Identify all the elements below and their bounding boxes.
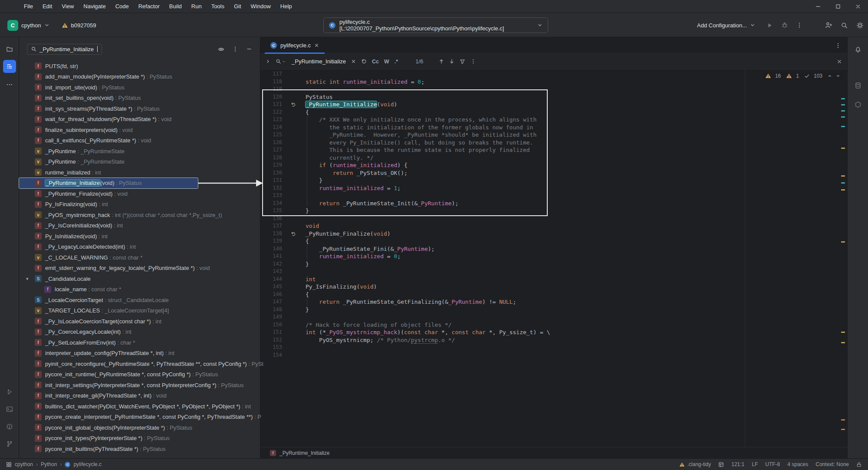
line-number[interactable]: 135 (260, 207, 282, 215)
code-line[interactable]: 127 This is because the runtime state is… (260, 146, 847, 154)
analyzer-status-icon[interactable] (718, 462, 724, 467)
line-number[interactable]: 148 (260, 306, 282, 314)
run-button[interactable] (766, 22, 773, 29)
structure-item[interactable]: f_Py_SetLocaleFromEnv(int) : char * (19, 337, 260, 348)
regex-toggle[interactable]: .* (395, 59, 398, 65)
database-tool-icon[interactable] (852, 79, 865, 92)
menu-build[interactable]: Build (164, 0, 187, 13)
line-number[interactable]: 130 (260, 169, 282, 177)
code-text[interactable]: int (306, 276, 316, 283)
search-history-icon[interactable] (361, 59, 367, 64)
close-search-icon[interactable] (837, 59, 842, 64)
line-number[interactable]: 141 (260, 253, 282, 260)
code-line[interactable]: 150/* Hack to force loading of object fi… (260, 321, 847, 329)
line-number[interactable]: 117 (260, 70, 282, 78)
structure-item[interactable]: vruntime_initialized : int (19, 167, 260, 178)
menu-navigate[interactable]: Navigate (79, 0, 110, 13)
structure-item[interactable]: finit_interp_create_gil(PyThreadState *,… (19, 391, 260, 401)
recursive-call-gutter-icon[interactable] (291, 231, 296, 237)
stripe-mark[interactable] (841, 429, 845, 430)
code-line[interactable]: 128 currently. */ (260, 154, 847, 162)
line-number[interactable]: 131 (260, 177, 282, 184)
code-line[interactable]: 123 /* XXX We only initialize once in th… (260, 116, 847, 124)
code-text[interactable]: _PyRuntime_Finalize(void) (306, 230, 391, 238)
stripe-mark[interactable] (841, 332, 845, 333)
code-line[interactable]: 134 return _PyRuntimeState_Init(&_PyRunt… (260, 200, 847, 207)
menu-window[interactable]: Window (246, 0, 276, 13)
stripe-mark[interactable] (841, 148, 845, 149)
terminal-tool-icon[interactable] (3, 403, 16, 416)
search-input[interactable]: _PyRuntime_Initialize (292, 58, 346, 65)
line-number[interactable]: 138 (260, 230, 282, 238)
line-number[interactable]: 129 (260, 161, 282, 169)
structure-item[interactable]: fadd_main_module(PyInterpreterState *) :… (19, 72, 260, 82)
caret-position-widget[interactable]: 121:1 (731, 461, 744, 467)
code-line[interactable]: 129 if (runtime_initialized) { (260, 161, 847, 169)
code-line[interactable]: 122{ (260, 108, 847, 116)
stripe-mark[interactable] (841, 175, 845, 177)
stripe-mark[interactable] (841, 126, 845, 127)
navbar-item-folder[interactable]: Python (41, 461, 57, 467)
code-line[interactable]: 146{ (260, 291, 847, 299)
menu-git[interactable]: Git (229, 0, 246, 13)
code-line[interactable]: 138_PyRuntime_Finalize(void) (260, 230, 847, 238)
next-problem-chevron-icon[interactable] (836, 74, 840, 78)
code-text[interactable]: } (306, 306, 309, 314)
stripe-mark[interactable] (841, 189, 845, 191)
structure-item[interactable]: fpyinit_core_reconfigure(_PyRuntimeState… (19, 358, 260, 369)
code-text[interactable]: void (306, 222, 319, 230)
structure-item[interactable]: fpycore_init_builtins(PyThreadState *) :… (19, 444, 260, 454)
code-line[interactable]: 119 (260, 85, 847, 93)
stripe-mark[interactable] (841, 104, 845, 105)
menu-refactor[interactable]: Refactor (134, 0, 164, 13)
project-widget[interactable]: C cpython (4, 18, 53, 33)
line-number[interactable]: 153 (260, 344, 282, 352)
line-number[interactable]: 139 (260, 237, 282, 245)
line-number[interactable]: 121 (260, 101, 282, 108)
code-text[interactable]: return _PyStatus_OK(); (306, 169, 408, 177)
code-line[interactable]: 145Py_IsFinalizing(void) (260, 283, 847, 291)
recursive-call-gutter-icon[interactable] (291, 102, 296, 107)
stripe-mark[interactable] (841, 98, 845, 99)
indent-widget[interactable]: 4 spaces (787, 461, 808, 467)
structure-item[interactable]: finit_interp_settings(PyInterpreterState… (19, 380, 260, 391)
code-text[interactable]: if (runtime_initialized) { (306, 161, 408, 169)
line-number[interactable]: 120 (260, 93, 282, 101)
debug-button[interactable] (781, 22, 788, 29)
structure-item[interactable]: v_TARGET_LOCALES : _LocaleCoercionTarget… (19, 306, 260, 316)
settings-gear-icon[interactable] (856, 22, 864, 29)
structure-item[interactable]: fcall_ll_exitfuncs(_PyRuntimeState *) : … (19, 135, 260, 146)
code-text[interactable]: currently. */ (306, 154, 374, 162)
structure-item[interactable]: f_Py_IsCoreInitialized(void) : int (19, 220, 260, 231)
file-switcher[interactable]: C pylifecycle.c [L:\20200707_Python\Pyth… (323, 17, 548, 33)
line-number[interactable]: 137 (260, 222, 282, 230)
clang-tidy-widget[interactable]: .clang-tidy (679, 461, 711, 467)
line-number[interactable]: 123 (260, 116, 282, 124)
code-line[interactable]: 133 (260, 192, 847, 200)
line-number[interactable]: 124 (260, 124, 282, 131)
more-tools-icon[interactable] (3, 78, 16, 91)
line-number[interactable]: 128 (260, 154, 282, 162)
code-line[interactable]: 144int (260, 276, 847, 283)
next-match-icon[interactable] (449, 59, 454, 64)
code-text[interactable]: PyStatus (306, 93, 333, 101)
code-with-me-icon[interactable] (825, 22, 832, 29)
structure-item[interactable]: ▾S_CandidateLocale (19, 273, 260, 284)
menu-tools[interactable]: Tools (207, 0, 229, 13)
search-everywhere-icon[interactable] (841, 22, 848, 29)
code-text[interactable]: Py_IsFinalizing(void) (306, 283, 377, 291)
code-line[interactable]: 148} (260, 306, 847, 314)
more-actions-icon[interactable] (796, 22, 802, 28)
line-number[interactable]: 122 (260, 108, 282, 116)
code-text[interactable]: /* Hack to force loading of object files… (306, 321, 452, 329)
code-text[interactable]: int (*_PyOS_mystrnicmp_hack)(const char … (306, 329, 550, 336)
code-text[interactable]: return _PyRuntimeState_Init(&_PyRuntime)… (306, 200, 458, 207)
structure-item[interactable]: femit_stderr_warning_for_legacy_locale(_… (19, 263, 260, 274)
code-line[interactable]: 121_PyRuntime_Initialize(void) (260, 101, 847, 108)
code-text[interactable]: } (306, 260, 309, 268)
stripe-mark[interactable] (841, 182, 845, 184)
code-text[interactable]: runtime_initialized = 1; (306, 184, 401, 192)
problems-tool-icon[interactable] (3, 420, 16, 433)
code-line[interactable]: 126 every Py_Initialize() call, but doin… (260, 139, 847, 147)
write-access-lock-icon[interactable] (856, 462, 862, 467)
